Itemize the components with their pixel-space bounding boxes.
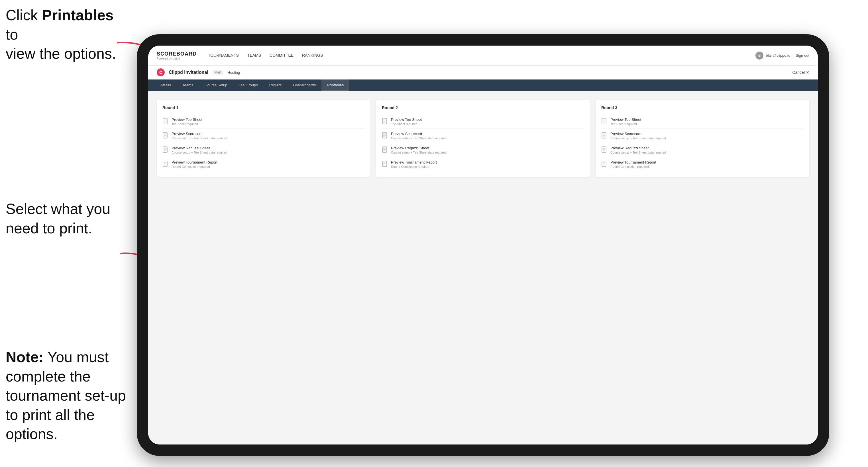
- tab-printables[interactable]: Printables: [321, 80, 349, 91]
- document-icon: [382, 132, 388, 139]
- tablet-frame: SCOREBOARD Powered by clippd TOURNAMENTS…: [137, 34, 829, 456]
- document-icon: [601, 147, 608, 154]
- round-2-title: Round 2: [382, 105, 584, 110]
- tournament-status: Hosting: [227, 70, 240, 75]
- round-2-scorecard[interactable]: Preview Scorecard Course setup + Tee She…: [382, 129, 584, 143]
- document-icon: [162, 161, 169, 168]
- r2-report-title: Preview Tournament Report: [391, 160, 437, 164]
- user-email: blair@clippd.io: [766, 53, 790, 58]
- document-icon: [162, 132, 169, 139]
- rounds-grid: Round 1 Preview Tee Sheet Tee Sheet requ…: [157, 100, 809, 177]
- tablet-screen: SCOREBOARD Powered by clippd TOURNAMENTS…: [148, 45, 818, 444]
- round-2-column: Round 2 Preview Tee Sheet Tee Sheet requ…: [376, 100, 590, 177]
- cancel-icon: ✕: [806, 70, 809, 75]
- sub-nav: Details Teams Course Setup Tee Groups Re…: [148, 80, 818, 91]
- round-1-title: Round 1: [162, 105, 365, 110]
- r1-raguzzi-title: Preview Raguzzi Sheet: [172, 146, 227, 150]
- document-icon: [601, 161, 608, 168]
- nav-tournaments[interactable]: TOURNAMENTS: [208, 52, 239, 59]
- r3-scorecard-sub: Course setup + Tee Sheet data required: [610, 136, 666, 140]
- document-icon: [601, 132, 608, 139]
- round-1-tee-sheet[interactable]: Preview Tee Sheet Tee Sheet required: [162, 115, 365, 129]
- tournament-name: Clippd Invitational: [169, 70, 208, 75]
- round-3-raguzzi[interactable]: Preview Raguzzi Sheet Course setup + Tee…: [601, 143, 804, 157]
- round-3-scorecard[interactable]: Preview Scorecard Course setup + Tee She…: [601, 129, 804, 143]
- brand-sub: Powered by clippd: [157, 57, 197, 60]
- document-icon: [382, 118, 388, 125]
- r3-tee-sub: Tee Sheet required: [610, 122, 641, 126]
- r3-tee-title: Preview Tee Sheet: [610, 117, 641, 122]
- r2-scorecard-title: Preview Scorecard: [391, 132, 446, 136]
- cancel-button[interactable]: Cancel ✕: [792, 70, 809, 75]
- r1-tee-title: Preview Tee Sheet: [172, 117, 202, 122]
- round-3-column: Round 3 Preview Tee Sheet Tee Sheet requ…: [596, 100, 809, 177]
- r1-report-sub: Round Completion required: [172, 165, 217, 168]
- instruction-bottom-bold: Note:: [6, 349, 43, 365]
- round-3-title: Round 3: [601, 105, 804, 110]
- main-content: Round 1 Preview Tee Sheet Tee Sheet requ…: [148, 91, 818, 444]
- r1-scorecard-title: Preview Scorecard: [172, 132, 227, 136]
- brand-title: SCOREBOARD: [157, 51, 197, 57]
- round-3-tournament-report[interactable]: Preview Tournament Report Round Completi…: [601, 157, 804, 171]
- round-1-tournament-report[interactable]: Preview Tournament Report Round Completi…: [162, 157, 365, 171]
- document-icon: [162, 147, 169, 154]
- r2-raguzzi-title: Preview Raguzzi Sheet: [391, 146, 446, 150]
- instruction-bold: Printables: [42, 7, 114, 23]
- round-1-column: Round 1 Preview Tee Sheet Tee Sheet requ…: [157, 100, 370, 177]
- document-icon: [601, 118, 608, 125]
- user-avatar: B: [755, 52, 764, 60]
- sign-out-link[interactable]: Sign out: [796, 53, 809, 58]
- instruction-mid-text: Select what you need to print.: [6, 200, 110, 237]
- r3-scorecard-title: Preview Scorecard: [610, 132, 666, 136]
- tab-leaderboards[interactable]: Leaderboards: [287, 80, 321, 91]
- top-nav: SCOREBOARD Powered by clippd TOURNAMENTS…: [148, 45, 818, 65]
- r2-tee-sub: Tee Sheet required: [391, 122, 422, 126]
- tab-teams[interactable]: Teams: [177, 80, 199, 91]
- round-2-tournament-report[interactable]: Preview Tournament Report Round Completi…: [382, 157, 584, 171]
- top-nav-links: TOURNAMENTS TEAMS COMMITTEE RANKINGS: [208, 52, 755, 59]
- round-2-raguzzi[interactable]: Preview Raguzzi Sheet Course setup + Tee…: [382, 143, 584, 157]
- r1-scorecard-sub: Course setup + Tee Sheet data required: [172, 136, 227, 140]
- r3-report-sub: Round Completion required: [610, 165, 656, 168]
- r2-report-sub: Round Completion required: [391, 165, 437, 168]
- round-1-scorecard[interactable]: Preview Scorecard Course setup + Tee She…: [162, 129, 365, 143]
- tab-results[interactable]: Results: [264, 80, 287, 91]
- tournament-division: Men: [212, 70, 223, 75]
- r1-tee-sub: Tee Sheet required: [172, 122, 202, 126]
- instruction-bottom: Note: You must complete the tournament s…: [6, 348, 137, 444]
- r3-raguzzi-sub: Course setup + Tee Sheet data required: [610, 151, 666, 154]
- r1-raguzzi-sub: Course setup + Tee Sheet data required: [172, 151, 227, 154]
- brand: SCOREBOARD Powered by clippd: [157, 51, 197, 60]
- r2-tee-title: Preview Tee Sheet: [391, 117, 422, 122]
- document-icon: [162, 118, 169, 125]
- nav-committee[interactable]: COMMITTEE: [270, 52, 293, 59]
- top-nav-right: B blair@clippd.io | Sign out: [755, 52, 809, 60]
- r3-report-title: Preview Tournament Report: [610, 160, 656, 164]
- nav-rankings[interactable]: RANKINGS: [302, 52, 323, 59]
- document-icon: [382, 147, 388, 154]
- tab-details[interactable]: Details: [154, 80, 177, 91]
- tournament-title-row: C Clippd Invitational Men Hosting: [157, 68, 240, 76]
- separator: |: [793, 53, 793, 58]
- r2-scorecard-sub: Course setup + Tee Sheet data required: [391, 136, 446, 140]
- r1-report-title: Preview Tournament Report: [172, 160, 217, 164]
- round-1-raguzzi[interactable]: Preview Raguzzi Sheet Course setup + Tee…: [162, 143, 365, 157]
- round-3-tee-sheet[interactable]: Preview Tee Sheet Tee Sheet required: [601, 115, 804, 129]
- r2-raguzzi-sub: Course setup + Tee Sheet data required: [391, 151, 446, 154]
- instruction-mid: Select what you need to print.: [6, 199, 125, 238]
- tab-tee-groups[interactable]: Tee Groups: [233, 80, 264, 91]
- r3-raguzzi-title: Preview Raguzzi Sheet: [610, 146, 666, 150]
- tournament-header: C Clippd Invitational Men Hosting Cancel…: [148, 65, 818, 80]
- tournament-logo: C: [157, 68, 165, 76]
- instruction-top: Click Printables toview the options.: [6, 6, 125, 64]
- instruction-top-text: Click Printables toview the options.: [6, 7, 116, 62]
- tab-course-setup[interactable]: Course Setup: [199, 80, 233, 91]
- round-2-tee-sheet[interactable]: Preview Tee Sheet Tee Sheet required: [382, 115, 584, 129]
- document-icon: [382, 161, 388, 168]
- nav-teams[interactable]: TEAMS: [247, 52, 261, 59]
